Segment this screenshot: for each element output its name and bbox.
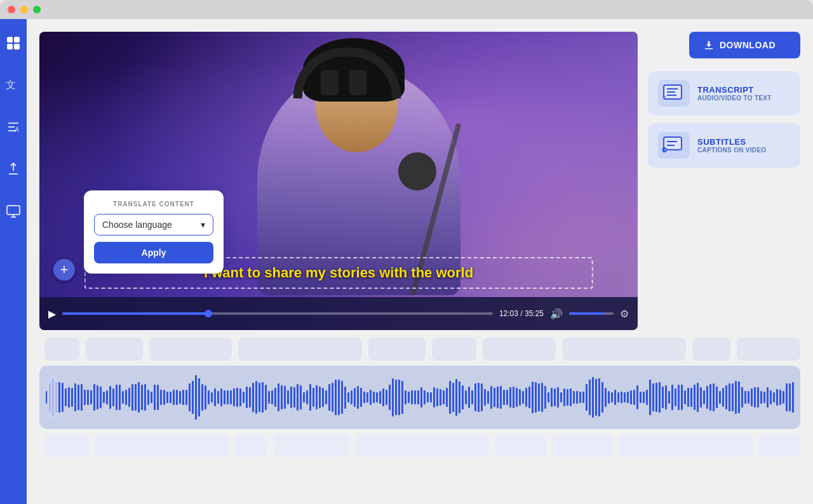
top-section: I want to share my stories with the worl… bbox=[39, 32, 800, 330]
timeline-clip[interactable] bbox=[44, 338, 79, 361]
waveform-bar bbox=[335, 380, 337, 415]
timeline-thumb bbox=[47, 375, 57, 420]
waveform-bar bbox=[322, 388, 324, 408]
waveform-bar bbox=[614, 390, 616, 405]
waveform-bar bbox=[481, 383, 483, 412]
subtitles-title: SUBTITLES bbox=[697, 137, 766, 147]
waveform-bar bbox=[157, 385, 159, 411]
subtitles-icon-box bbox=[658, 132, 690, 159]
waveform-bar bbox=[576, 391, 578, 404]
timeline-clip[interactable] bbox=[562, 338, 686, 361]
waveform-bar bbox=[189, 383, 191, 411]
download-button[interactable]: DOWNLOAD bbox=[689, 32, 800, 58]
waveform-bar bbox=[81, 384, 83, 410]
waveform-bar bbox=[233, 388, 235, 406]
waveform-bar bbox=[738, 381, 740, 413]
timeline-clip[interactable] bbox=[149, 338, 232, 361]
waveform-bar bbox=[544, 386, 546, 408]
waveform-bar bbox=[300, 385, 302, 409]
svg-rect-2 bbox=[7, 44, 13, 50]
waveform-bar bbox=[395, 380, 397, 416]
waveform-bar bbox=[525, 388, 527, 408]
sidebar-item-translate[interactable]: 文 bbox=[2, 74, 25, 96]
transcript-card[interactable]: " TRANSCRIPT AUDIO/VIDEO TO TEXT bbox=[648, 71, 800, 116]
waveform-bar bbox=[195, 375, 197, 419]
sidebar: 文 A bbox=[0, 19, 27, 504]
waveform-bar bbox=[144, 384, 146, 411]
waveform-bar bbox=[783, 391, 784, 404]
sidebar-item-display[interactable] bbox=[2, 199, 25, 222]
waveform-bar bbox=[474, 383, 476, 411]
waveform-bar bbox=[239, 388, 241, 406]
waveform-bar bbox=[446, 388, 448, 408]
waveform-bar bbox=[401, 381, 403, 414]
waveform-bar bbox=[103, 392, 105, 403]
waveform-bar bbox=[459, 381, 460, 413]
language-select[interactable]: Choose language ▾ bbox=[94, 214, 213, 235]
play-button[interactable]: ▶ bbox=[48, 308, 56, 320]
progress-bar[interactable] bbox=[62, 312, 493, 315]
waveform-bar bbox=[687, 388, 689, 406]
waveform-bar bbox=[465, 390, 467, 404]
volume-bar[interactable] bbox=[569, 312, 614, 315]
timeline-clip[interactable] bbox=[356, 434, 489, 457]
apply-button[interactable]: Apply bbox=[94, 242, 213, 263]
timeline-clip[interactable] bbox=[238, 338, 362, 361]
timeline-clip[interactable] bbox=[44, 434, 89, 457]
waveform-bar bbox=[627, 392, 629, 403]
timeline-clip[interactable] bbox=[368, 338, 426, 361]
waveform-bar bbox=[328, 384, 330, 410]
timeline-clip[interactable] bbox=[553, 434, 613, 457]
waveform-bar bbox=[579, 392, 581, 404]
timeline-clip[interactable] bbox=[95, 434, 229, 457]
waveform-bar bbox=[109, 386, 111, 409]
sidebar-item-dashboard[interactable] bbox=[2, 32, 25, 55]
waveform-bar bbox=[370, 390, 372, 405]
timeline-clip[interactable] bbox=[737, 338, 800, 361]
chevron-down-icon: ▾ bbox=[201, 220, 205, 230]
subtitles-card[interactable]: SUBTITLES CAPTIONS ON VIDEO bbox=[648, 123, 800, 168]
waveform-bar bbox=[87, 390, 89, 405]
timeline-clip[interactable] bbox=[759, 434, 800, 457]
waveform-bar bbox=[468, 387, 470, 408]
close-dot[interactable] bbox=[8, 6, 15, 13]
timeline-clip[interactable] bbox=[692, 338, 730, 361]
waveform-timeline[interactable] bbox=[39, 366, 800, 429]
waveform-bar bbox=[176, 390, 178, 405]
waveform-bar bbox=[443, 390, 445, 404]
transcript-icon: " bbox=[662, 84, 685, 103]
volume-icon[interactable]: 🔊 bbox=[550, 308, 563, 320]
sidebar-item-upload[interactable] bbox=[2, 157, 25, 180]
waveform-bar bbox=[436, 388, 438, 406]
sidebar-item-text[interactable]: A bbox=[2, 116, 25, 138]
waveform-bar bbox=[592, 377, 594, 418]
waveform-bar bbox=[281, 385, 283, 409]
timeline-clip[interactable] bbox=[483, 338, 556, 361]
waveform-bar bbox=[366, 392, 368, 402]
waveform-bar bbox=[265, 385, 267, 409]
waveform-bar bbox=[535, 382, 537, 413]
maximize-dot[interactable] bbox=[33, 6, 41, 13]
waveform-bar bbox=[128, 388, 130, 408]
timeline-clip[interactable] bbox=[432, 338, 476, 361]
waveform-bar bbox=[398, 380, 400, 416]
add-subtitle-button[interactable]: + bbox=[53, 259, 75, 281]
timeline-clip[interactable] bbox=[86, 338, 143, 361]
waveform-bar bbox=[640, 392, 642, 403]
waveform-bar bbox=[494, 388, 495, 407]
timeline-clip[interactable] bbox=[619, 434, 753, 457]
waveform-bar bbox=[316, 385, 318, 410]
waveform-bar bbox=[332, 383, 333, 412]
minimize-dot[interactable] bbox=[20, 6, 28, 13]
subtitles-text: SUBTITLES CAPTIONS ON VIDEO bbox=[697, 137, 766, 154]
waveform-bar bbox=[236, 388, 238, 406]
transcript-subtitle: AUDIO/VIDEO TO TEXT bbox=[697, 95, 772, 102]
timeline-clip[interactable] bbox=[273, 434, 349, 457]
settings-icon[interactable]: ⚙ bbox=[620, 308, 629, 320]
waveform-bar bbox=[703, 390, 705, 404]
waveform-bar bbox=[532, 381, 534, 413]
waveform-bar bbox=[211, 392, 213, 402]
timeline-clip[interactable] bbox=[235, 434, 267, 457]
timeline-clip[interactable] bbox=[495, 434, 546, 457]
waveform-bar bbox=[748, 391, 749, 403]
